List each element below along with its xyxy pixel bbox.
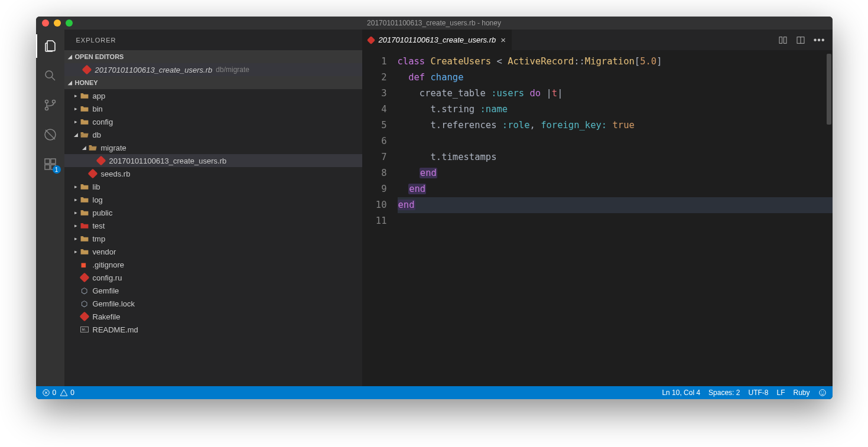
tree-item-label: db bbox=[93, 130, 101, 139]
activity-explorer[interactable] bbox=[36, 34, 64, 58]
open-editor-item[interactable]: 20170101100613_create_users.rbdb/migrate bbox=[64, 63, 362, 76]
tree-folder[interactable]: ◢migrate bbox=[64, 141, 362, 154]
tree-file[interactable]: M↓README.md bbox=[64, 323, 362, 336]
code-content[interactable]: class CreateUsers < ActiveRecord::Migrat… bbox=[398, 54, 833, 386]
file-icon: ⬡ bbox=[80, 286, 89, 295]
open-editors-header[interactable]: ◢ OPEN EDITORS bbox=[64, 50, 362, 63]
tree-folder[interactable]: ▸log bbox=[64, 193, 362, 206]
tree-folder[interactable]: ▸bin bbox=[64, 102, 362, 115]
line-number: 6 bbox=[362, 133, 387, 149]
tree-file[interactable]: 20170101100613_create_users.rb bbox=[64, 154, 362, 167]
folder-icon bbox=[80, 91, 89, 100]
svg-point-0 bbox=[45, 71, 53, 78]
code-line[interactable] bbox=[398, 213, 833, 229]
tree-folder[interactable]: ▸lib bbox=[64, 180, 362, 193]
extensions-badge: 1 bbox=[53, 165, 61, 174]
folder-icon bbox=[80, 195, 89, 204]
titlebar: 20170101100613_create_users.rb - honey bbox=[36, 17, 833, 30]
close-tab-button[interactable]: × bbox=[500, 35, 506, 45]
folder-icon bbox=[80, 117, 89, 126]
tree-item-label: config bbox=[93, 118, 113, 126]
chevron-right-icon: ▸ bbox=[73, 223, 80, 229]
tree-file[interactable]: seeds.rb bbox=[64, 167, 362, 180]
tab-filename: 20170101100613_create_users.rb bbox=[379, 35, 496, 44]
status-indent[interactable]: Spaces: 2 bbox=[708, 389, 740, 397]
folder-icon bbox=[80, 221, 89, 230]
tree-folder[interactable]: ▸vendor bbox=[64, 245, 362, 258]
line-number: 2 bbox=[362, 70, 387, 86]
svg-point-1 bbox=[45, 100, 48, 103]
status-cursor[interactable]: Ln 10, Col 4 bbox=[662, 389, 700, 397]
code-line[interactable]: end bbox=[398, 165, 833, 181]
status-errors[interactable]: 0 bbox=[42, 389, 57, 397]
code-line[interactable]: t.references :role, foreign_key: true bbox=[398, 118, 833, 133]
code-area[interactable]: 1234567891011 class CreateUsers < Active… bbox=[362, 50, 833, 386]
activity-source-control[interactable] bbox=[36, 93, 64, 117]
tree-folder[interactable]: ▸tmp bbox=[64, 232, 362, 245]
status-feedback[interactable] bbox=[818, 389, 827, 397]
editor-tab[interactable]: 20170101100613_create_users.rb × bbox=[362, 30, 513, 50]
tree-file[interactable]: Rakefile bbox=[64, 310, 362, 323]
close-window-button[interactable] bbox=[42, 19, 49, 27]
window-controls bbox=[42, 19, 73, 27]
chevron-down-icon: ◢ bbox=[67, 54, 74, 60]
code-line[interactable]: class CreateUsers < ActiveRecord::Migrat… bbox=[398, 54, 833, 70]
tree-file[interactable]: ◆.gitignore bbox=[64, 258, 362, 271]
tree-file[interactable]: ⬡Gemfile.lock bbox=[64, 297, 362, 310]
split-editor-icon[interactable] bbox=[796, 35, 805, 45]
tree-folder[interactable]: ▸config bbox=[64, 115, 362, 128]
chevron-right-icon: ▸ bbox=[73, 184, 80, 190]
code-line[interactable]: t.timestamps bbox=[398, 149, 833, 165]
code-line[interactable]: create_table :users do |t| bbox=[398, 86, 833, 102]
tree-folder[interactable]: ◢db bbox=[64, 128, 362, 141]
activity-search[interactable] bbox=[36, 64, 64, 87]
line-number: 11 bbox=[362, 213, 387, 229]
project-header[interactable]: ◢ HONEY bbox=[64, 76, 362, 89]
project-label: HONEY bbox=[75, 79, 98, 86]
svg-point-2 bbox=[45, 107, 48, 110]
svg-point-3 bbox=[52, 100, 55, 103]
line-number: 7 bbox=[362, 149, 387, 165]
open-editors-label: OPEN EDITORS bbox=[75, 53, 124, 60]
file-icon: M↓ bbox=[80, 325, 89, 334]
smiley-icon bbox=[818, 389, 827, 397]
line-number: 5 bbox=[362, 118, 387, 133]
status-encoding[interactable]: UTF-8 bbox=[748, 389, 768, 397]
more-actions-icon[interactable]: ••• bbox=[814, 35, 825, 45]
tree-file[interactable]: config.ru bbox=[64, 271, 362, 284]
tree-item-label: app bbox=[93, 92, 106, 100]
chevron-down-icon: ◢ bbox=[81, 145, 88, 151]
tree-file[interactable]: ⬡Gemfile bbox=[64, 284, 362, 297]
activity-extensions[interactable]: 1 bbox=[36, 152, 64, 176]
tab-bar: 20170101100613_create_users.rb × ••• bbox=[362, 30, 833, 50]
line-number: 1 bbox=[362, 54, 387, 70]
search-icon bbox=[43, 68, 57, 83]
folder-icon bbox=[80, 182, 89, 191]
code-line[interactable]: end bbox=[398, 197, 833, 213]
status-language[interactable]: Ruby bbox=[793, 389, 810, 397]
minimize-window-button[interactable] bbox=[54, 19, 61, 27]
status-warnings[interactable]: 0 bbox=[60, 389, 74, 397]
sidebar-title: EXPLORER bbox=[64, 30, 362, 50]
zoom-window-button[interactable] bbox=[66, 19, 73, 27]
svg-point-15 bbox=[823, 392, 824, 393]
tree-folder[interactable]: ▸test bbox=[64, 219, 362, 232]
scrollbar[interactable] bbox=[827, 54, 831, 125]
tree-item-label: config.ru bbox=[93, 273, 122, 282]
code-line[interactable] bbox=[398, 133, 833, 149]
tree-item-label: test bbox=[93, 221, 105, 230]
code-line[interactable]: t.string :name bbox=[398, 102, 833, 118]
tree-folder[interactable]: ▸public bbox=[64, 206, 362, 219]
code-line[interactable]: end bbox=[398, 181, 833, 197]
code-line[interactable]: def change bbox=[398, 70, 833, 86]
tree-item-label: lib bbox=[93, 182, 100, 191]
chevron-right-icon: ▸ bbox=[73, 119, 80, 125]
compare-icon[interactable] bbox=[778, 35, 788, 45]
line-number: 8 bbox=[362, 165, 387, 181]
tree-item-label: Rakefile bbox=[93, 312, 121, 321]
warning-count: 0 bbox=[70, 389, 74, 397]
tree-item-label: log bbox=[93, 195, 103, 204]
tree-folder[interactable]: ▸app bbox=[64, 89, 362, 102]
status-eol[interactable]: LF bbox=[776, 389, 785, 397]
activity-debug[interactable] bbox=[36, 123, 64, 146]
